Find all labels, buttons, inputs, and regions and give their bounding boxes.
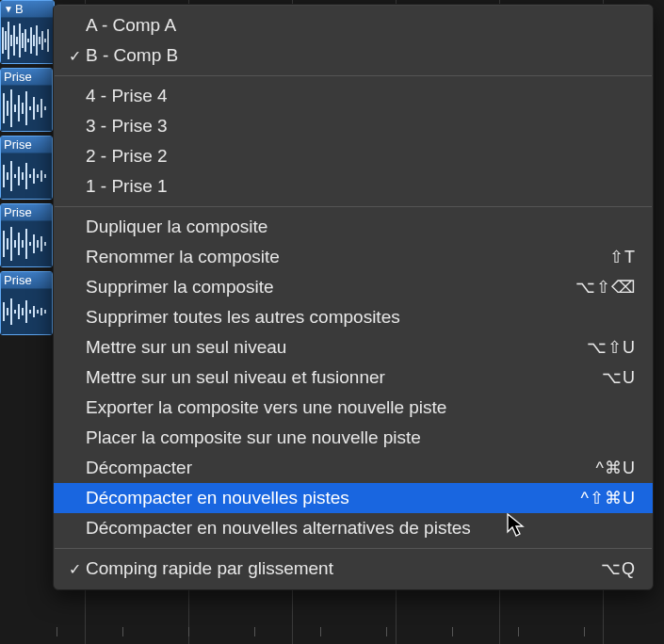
take-folder-header[interactable]: ▼ B [0,0,55,64]
menu-item[interactable]: Placer la composite sur une nouvelle pis… [54,423,653,453]
track-column: ▼ B Prise Prise [0,0,53,339]
stage: ▼ B Prise Prise [0,0,664,644]
menu-item[interactable]: Dupliquer la composite [54,212,653,242]
menu-item-label: B - Comp B [86,45,636,66]
menu-item-label: Placer la composite sur une nouvelle pis… [86,427,636,448]
menu-item-label: Renommer la composite [86,247,609,267]
menu-item-label: 1 - Prise 1 [86,176,636,197]
menu-item-label: Exporter la composite vers une nouvelle … [86,397,636,418]
menu-item-label: Décompacter [86,458,596,478]
menu-item[interactable]: ✓B - Comp B [54,40,653,71]
menu-item[interactable]: A - Comp A [54,10,653,40]
take-label: Prise [4,205,32,219]
menu-item[interactable]: Mettre sur un seul niveau et fusionner⌥U [54,362,653,393]
take-label: Prise [4,137,32,152]
menu-item[interactable]: Renommer la composite⇧T [54,242,653,272]
menu-item[interactable]: ✓Comping rapide par glissement⌥Q [54,554,653,584]
menu-item-label: Supprimer la composite [86,277,575,298]
menu-item-label: 2 - Prise 2 [86,146,636,167]
take-region[interactable]: Prise [0,136,53,200]
menu-item-label: Comping rapide par glissement [86,558,601,579]
menu-item[interactable]: Mettre sur un seul niveau⌥⇧U [54,332,653,362]
menu-item[interactable]: Décompacter^⌘U [54,453,653,483]
menu-item-label: 4 - Prise 4 [86,86,636,106]
menu-item[interactable]: 3 - Prise 3 [54,111,653,141]
menu-item-label: A - Comp A [86,15,636,36]
take-region[interactable]: Prise [0,271,53,335]
take-region[interactable]: Prise [0,68,53,132]
menu-item[interactable]: Exporter la composite vers une nouvelle … [54,393,653,423]
menu-item-shortcut: ⌥⇧⌫ [575,277,636,298]
menu-item-label: Décompacter en nouvelles pistes [86,488,581,508]
menu-item[interactable]: 4 - Prise 4 [54,81,653,111]
menu-item-shortcut: ⌥U [602,367,636,388]
menu-item[interactable]: 2 - Prise 2 [54,141,653,171]
menu-item-shortcut: ^⇧⌘U [581,488,636,508]
menu-item-shortcut: ⌥Q [601,558,636,579]
menu-item-label: Mettre sur un seul niveau et fusionner [86,367,602,388]
disclosure-triangle-icon[interactable]: ▼ [4,4,13,14]
menu-item-shortcut: ⇧T [609,247,636,267]
menu-item-label: Mettre sur un seul niveau [86,337,587,358]
menu-item[interactable]: Décompacter en nouvelles alternatives de… [54,513,653,543]
menu-separator [55,548,652,549]
check-icon: ✓ [63,560,86,578]
menu-item[interactable]: Supprimer toutes les autres composites [54,302,653,332]
menu-separator [55,206,652,207]
take-folder-context-menu: A - Comp A✓B - Comp B4 - Prise 43 - Pris… [53,4,654,590]
take-label: Prise [4,70,32,84]
menu-item[interactable]: Décompacter en nouvelles pistes^⇧⌘U [54,483,653,513]
take-label: Prise [4,273,32,287]
menu-separator [55,75,652,76]
menu-item-shortcut: ⌥⇧U [587,337,636,358]
menu-item-label: Supprimer toutes les autres composites [86,307,636,328]
menu-item-label: Décompacter en nouvelles alternatives de… [86,518,636,539]
menu-item[interactable]: Supprimer la composite⌥⇧⌫ [54,272,653,302]
take-folder-title: B [15,2,24,16]
menu-item[interactable]: 1 - Prise 1 [54,171,653,201]
menu-item-shortcut: ^⌘U [596,458,636,478]
take-region[interactable]: Prise [0,203,53,267]
check-icon: ✓ [63,47,86,65]
menu-item-label: Dupliquer la composite [86,217,636,237]
menu-item-label: 3 - Prise 3 [86,116,636,137]
